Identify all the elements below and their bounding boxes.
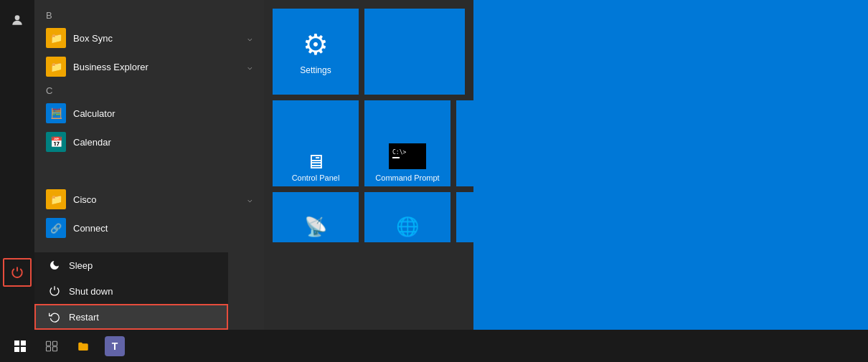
sidebar-icons [0,0,34,330]
cmd-screen-icon: C:\> [389,143,426,169]
shutdown-label: Shut down [69,286,113,297]
svg-rect-10 [47,346,51,351]
box-sync-icon: 📁 [46,28,66,48]
calendar-icon: 📅 [46,132,66,152]
sleep-menu-item[interactable]: Sleep [34,252,228,278]
sleep-label: Sleep [69,260,93,271]
control-panel-icon: 🖥 [306,150,326,173]
tile-screen[interactable]: 🖥 [456,192,473,242]
restart-menu-item[interactable]: Restart [34,304,228,330]
box-sync-label: Box Sync [73,33,113,44]
command-prompt-label: Command Prompt [375,173,439,182]
business-explorer-label: Business Explorer [73,62,148,72]
app-item-calculator[interactable]: 🧮 Calculator [34,99,264,128]
svg-rect-11 [53,346,57,351]
shutdown-icon [49,285,60,297]
app-item-box-sync[interactable]: 📁 Box Sync ⌵ [34,24,264,52]
task-view-button[interactable] [37,332,66,361]
app-item-business-explorer[interactable]: 📁 Business Explorer ⌵ [34,52,264,81]
svg-rect-6 [14,347,19,352]
start-button[interactable] [6,332,34,361]
globe-icon: 🌐 [396,216,419,238]
tile-control-panel[interactable]: 🖥 Control Panel [273,100,359,186]
teams-button[interactable]: T [100,332,129,361]
svg-rect-9 [53,341,57,346]
app-item-cisco[interactable]: 📁 Cisco ⌵ [34,185,264,214]
moon-icon [49,259,60,271]
calendar-label: Calendar [73,137,111,148]
file-explorer-button[interactable] [69,332,98,361]
blue-large-tile [364,9,465,95]
tile-globe[interactable]: 🌐 [364,192,450,242]
taskbar: T [0,330,868,362]
restart-label: Restart [69,312,99,323]
teams-icon: T [105,336,125,356]
power-icon-button[interactable] [3,258,32,287]
tiles-row-3: 📡 🌐 🖥 [273,192,465,242]
box-sync-chevron: ⌵ [247,34,253,43]
file-explorer-icon [77,340,90,353]
power-menu: Sleep Shut down Restart [34,252,228,330]
svg-point-0 [15,15,20,20]
cisco-icon: 📁 [46,189,66,209]
svg-rect-4 [14,340,19,346]
app-item-connect[interactable]: 🔗 Connect [34,214,264,242]
tiles-row-1: ⚙ Settings [273,9,465,95]
windows-logo-icon [14,340,26,352]
app-item-calendar[interactable]: 📅 Calendar [34,128,264,156]
task-view-icon [45,340,58,353]
cisco-chevron: ⌵ [247,195,253,204]
tile-settings[interactable]: ⚙ Settings [273,9,359,95]
section-c: C [34,81,264,99]
business-explorer-chevron: ⌵ [247,62,253,72]
restart-icon [49,311,60,323]
control-panel-label: Control Panel [292,173,340,182]
cisco-label: Cisco [73,194,97,205]
tile-run[interactable]: ▶ Run [456,100,473,186]
svg-rect-8 [47,341,51,346]
business-explorer-icon: 📁 [46,57,66,77]
tile-satellite[interactable]: 📡 [273,192,359,242]
calculator-label: Calculator [73,108,115,119]
tile-command-prompt[interactable]: C:\> Command Prompt [364,100,450,186]
svg-rect-5 [21,340,26,346]
satellite-icon: 📡 [304,216,327,238]
svg-rect-3 [392,157,400,158]
tiles-area: ⚙ Settings 🖥 Control Panel C:\> [264,0,473,330]
user-icon-button[interactable] [3,6,32,34]
settings-gear-icon: ⚙ [303,28,329,61]
connect-icon: 🔗 [46,218,66,238]
settings-label: Settings [300,65,331,75]
svg-rect-7 [21,347,26,352]
shutdown-menu-item[interactable]: Shut down [34,278,228,304]
tiles-row-2: 🖥 Control Panel C:\> Command Prompt ▶ Ru… [273,100,465,186]
section-b: B [34,6,264,24]
connect-label: Connect [73,223,108,234]
svg-text:C:\>: C:\> [392,149,406,156]
calculator-icon: 🧮 [46,103,66,123]
